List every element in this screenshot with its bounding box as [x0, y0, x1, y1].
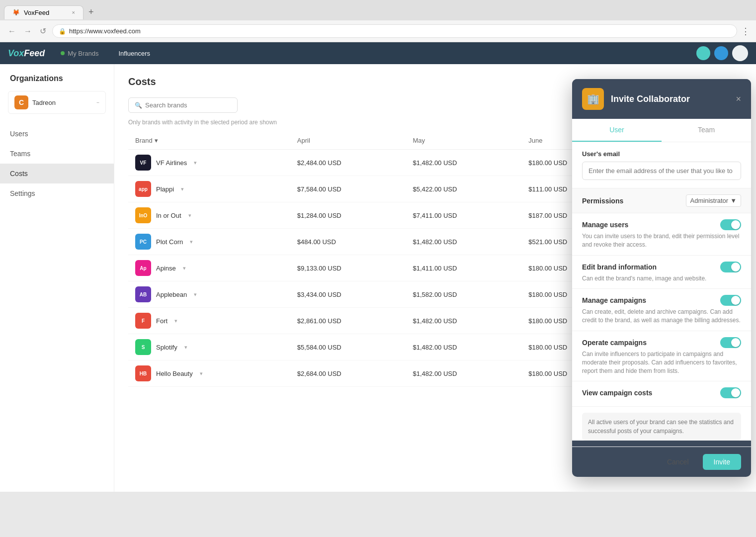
nav-my-brands[interactable]: My Brands — [57, 48, 102, 59]
brand-cell-2: InO In or Out ▾ — [128, 202, 290, 229]
permission-name-3: Operate campaigns — [582, 339, 647, 347]
brand-expand-icon-8[interactable]: ▾ — [200, 370, 203, 377]
permission-desc-2: Can create, edit, delete and archive cam… — [582, 308, 741, 325]
permission-toggle-2[interactable] — [720, 295, 741, 306]
col-april: April — [290, 132, 406, 150]
back-button[interactable]: ← — [6, 25, 18, 38]
tab-icon: 🦊 — [12, 9, 20, 16]
brand-expand-icon-6[interactable]: ▾ — [174, 318, 177, 324]
april-cell-7: $5,584.00 USD — [290, 334, 406, 360]
may-cell-4: $1,411.00 USD — [406, 255, 522, 281]
avatar-1[interactable] — [696, 46, 710, 60]
permission-items: Manage users You can invite users to the… — [572, 213, 751, 407]
main-layout: Organizations C Tadreon − Users Teams Co… — [0, 64, 756, 492]
permission-name-0: Manage users — [582, 221, 628, 229]
email-section: User's email — [572, 142, 751, 188]
permission-toggle-3[interactable] — [720, 337, 741, 348]
brand-name-1: Plappi — [156, 185, 174, 193]
brand-expand-icon-7[interactable]: ▾ — [184, 344, 187, 351]
browser-nav: ← → ↺ 🔒 https://www.voxfeed.com ⋮ — [0, 20, 756, 42]
brand-cell-4: Ap Apinse ▾ — [128, 255, 290, 281]
browser-menu-button[interactable]: ⋮ — [741, 26, 750, 37]
brand-cell-3: PC Plot Corn ▾ — [128, 229, 290, 255]
org-name: Tadreon — [32, 99, 92, 106]
header-right — [696, 45, 748, 61]
brand-name-8: Hello Beauty — [156, 370, 193, 377]
brand-expand-icon-5[interactable]: ▾ — [194, 291, 197, 298]
cancel-button[interactable]: Cancel — [658, 454, 698, 470]
brand-logo-6: F — [135, 313, 151, 329]
address-bar[interactable]: 🔒 https://www.voxfeed.com — [52, 24, 737, 38]
org-chevron-icon: − — [96, 100, 99, 105]
invite-button[interactable]: Invite — [703, 454, 741, 470]
may-cell-6: $1,482.00 USD — [406, 308, 522, 334]
email-input[interactable] — [582, 162, 741, 180]
brand-cell-8: HB Hello Beauty ▾ — [128, 360, 290, 387]
modal-icon: 🏢 — [582, 88, 604, 110]
sidebar: Organizations C Tadreon − Users Teams Co… — [0, 64, 114, 492]
tab-user[interactable]: User — [572, 119, 662, 142]
brand-logo-5: AB — [135, 286, 151, 302]
avatar-2[interactable] — [714, 46, 728, 60]
may-cell-7: $1,482.00 USD — [406, 334, 522, 360]
permission-item-4: View campaign costs — [572, 381, 751, 407]
permission-item-2: Manage campaigns Can create, edit, delet… — [572, 289, 751, 331]
brand-expand-icon-4[interactable]: ▾ — [183, 265, 186, 271]
refresh-button[interactable]: ↺ — [38, 24, 48, 38]
sidebar-item-settings[interactable]: Settings — [0, 183, 114, 203]
new-tab-button[interactable]: + — [84, 4, 99, 20]
permission-desc-0: You can invite users to the brand, edit … — [582, 232, 741, 249]
browser-tab[interactable]: 🦊 VoxFeed × — [4, 5, 84, 19]
brand-expand-icon-3[interactable]: ▾ — [190, 239, 193, 245]
role-label: Administrator — [690, 197, 729, 204]
lock-icon: 🔒 — [59, 28, 66, 35]
sidebar-title: Organizations — [0, 74, 114, 91]
brand-logo-1: app — [135, 181, 151, 197]
brand-name-5: Applebean — [156, 291, 187, 298]
permission-toggle-4[interactable] — [720, 387, 741, 398]
brand-expand-icon-2[interactable]: ▾ — [188, 212, 191, 219]
tab-team[interactable]: Team — [662, 119, 751, 142]
permission-desc-1: Can edit the brand's name, image and web… — [582, 274, 741, 283]
modal-footer: Cancel Invite — [572, 447, 751, 477]
search-box[interactable]: 🔍 — [128, 97, 238, 113]
brand-name-3: Plot Corn — [156, 238, 183, 246]
april-cell-6: $2,861.00 USD — [290, 308, 406, 334]
permissions-label: Permissions — [582, 197, 623, 205]
modal-header: 🏢 Invite Collaborator × — [572, 79, 751, 119]
sidebar-item-costs[interactable]: Costs — [0, 164, 114, 183]
brand-name-0: VF Airlines — [156, 159, 187, 167]
sidebar-item-settings-label: Settings — [10, 189, 35, 197]
sidebar-item-users[interactable]: Users — [0, 124, 114, 144]
tab-title: VoxFeed — [24, 9, 49, 16]
brand-name-7: Splotify — [156, 344, 177, 351]
sidebar-item-teams[interactable]: Teams — [0, 144, 114, 164]
search-input[interactable] — [145, 101, 231, 109]
brand-cell-7: S Splotify ▾ — [128, 334, 290, 360]
permission-toggle-1[interactable] — [720, 262, 741, 272]
permission-toggle-0[interactable] — [720, 219, 741, 230]
app: VoxFeed My Brands Influencers Organizati… — [0, 42, 756, 492]
col-brand[interactable]: Brand ▾ — [128, 132, 290, 150]
email-label: User's email — [582, 150, 741, 158]
brand-logo-4: Ap — [135, 260, 151, 276]
avatar-3[interactable] — [732, 45, 748, 61]
forward-button[interactable]: → — [22, 25, 34, 38]
permission-item-0: Manage users You can invite users to the… — [572, 213, 751, 256]
permissions-header: Permissions Administrator ▼ — [572, 188, 751, 213]
brand-expand-icon-1[interactable]: ▾ — [181, 186, 184, 192]
permissions-role-select[interactable]: Administrator ▼ — [686, 194, 741, 207]
brand-name-4: Apinse — [156, 265, 176, 272]
april-cell-1: $7,584.00 USD — [290, 176, 406, 202]
may-cell-0: $1,482.00 USD — [406, 150, 522, 176]
info-box: All active users of your brand can see t… — [582, 413, 741, 441]
nav-influencers[interactable]: Influencers — [115, 48, 155, 59]
content-area: Costs 🔍 📅 Last three months ▾ ⬇ Download — [114, 64, 756, 492]
brand-expand-icon-0[interactable]: ▾ — [194, 160, 197, 166]
org-selector[interactable]: C Tadreon − — [8, 91, 106, 114]
col-may: May — [406, 132, 522, 150]
brand-cell-6: F Fort ▾ — [128, 308, 290, 334]
tab-close-button[interactable]: × — [72, 9, 75, 15]
modal-close-button[interactable]: × — [736, 94, 741, 104]
april-cell-4: $9,133.00 USD — [290, 255, 406, 281]
